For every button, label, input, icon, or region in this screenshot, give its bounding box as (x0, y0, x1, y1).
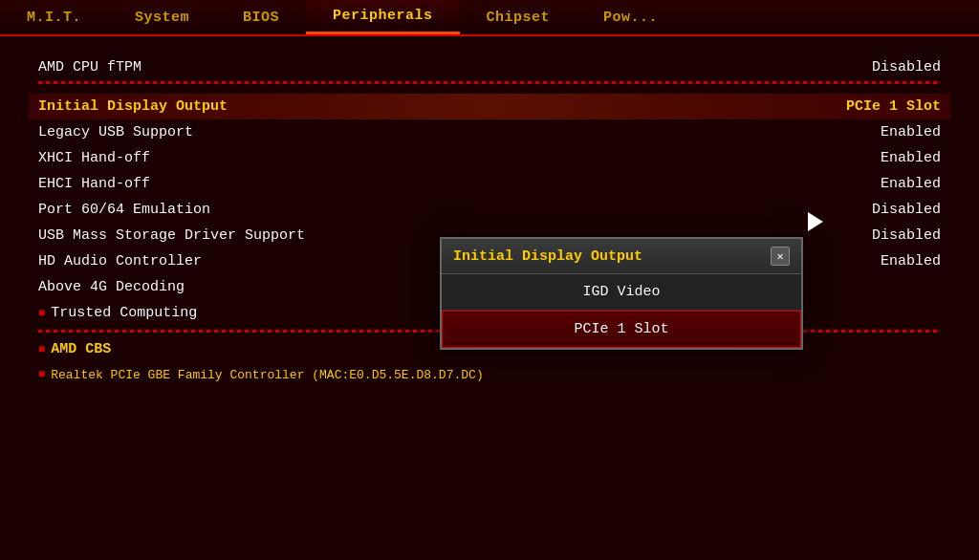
dropdown-header: Initial Display Output ✕ (442, 239, 801, 274)
xhci-value: Enabled (788, 150, 941, 166)
setting-row-xhci[interactable]: XHCI Hand-off Enabled (38, 145, 941, 171)
dropdown-title: Initial Display Output (453, 248, 642, 265)
legacy-usb-label: Legacy USB Support (38, 124, 193, 140)
usb-mass-value: Disabled (788, 227, 941, 244)
amd-ftpm-value: Disabled (788, 59, 941, 75)
main-content: AMD CPU fTPM Disabled Initial Display Ou… (0, 36, 979, 404)
realtek-label: Realtek PCIe GBE Family Controller (MAC:… (51, 368, 483, 382)
legacy-usb-value: Enabled (788, 124, 941, 140)
nav-item-mit[interactable]: M.I.T. (0, 2, 108, 33)
hd-audio-value: Enabled (788, 253, 941, 269)
nav-item-power[interactable]: Pow... (577, 2, 685, 33)
ehci-label: EHCI Hand-off (38, 176, 150, 192)
port6064-label: Port 60/64 Emulation (38, 202, 210, 218)
amd-ftpm-row[interactable]: AMD CPU fTPM Disabled (38, 54, 941, 77)
dropdown-popup: Initial Display Output ✕ IGD Video PCIe … (440, 237, 803, 350)
amd-ftpm-label: AMD CPU fTPM (38, 59, 141, 75)
amd-cbs-bullet-icon: ■ (38, 343, 45, 356)
nav-item-system[interactable]: System (108, 2, 216, 33)
xhci-label: XHCI Hand-off (38, 150, 150, 166)
realtek-bullet-icon: ■ (38, 368, 45, 381)
nav-item-bios[interactable]: BIOS (216, 2, 306, 33)
usb-mass-label: USB Mass Storage Driver Support (38, 227, 305, 244)
setting-row-ehci[interactable]: EHCI Hand-off Enabled (38, 171, 941, 197)
separator-1 (38, 81, 941, 84)
nav-bar: M.I.T. System BIOS Peripherals Chipset P… (0, 0, 979, 36)
amd-cbs-label: AMD CBS (51, 341, 111, 357)
initial-display-label: Initial Display Output (38, 98, 228, 115)
nav-item-chipset[interactable]: Chipset (460, 2, 577, 33)
hd-audio-label: HD Audio Controller (38, 253, 202, 269)
dropdown-close-button[interactable]: ✕ (771, 247, 790, 266)
nav-item-peripherals[interactable]: Peripherals (306, 0, 460, 34)
trusted-bullet-icon: ■ (38, 307, 45, 320)
setting-row-legacy-usb[interactable]: Legacy USB Support Enabled (38, 119, 941, 145)
setting-row-port6064[interactable]: Port 60/64 Emulation Disabled (38, 197, 941, 223)
trusted-label: Trusted Computing (51, 305, 197, 321)
ehci-value: Enabled (788, 176, 941, 192)
above4g-label: Above 4G Decoding (38, 279, 185, 295)
initial-display-value: PCIe 1 Slot (788, 98, 941, 115)
setting-row-realtek[interactable]: ■ Realtek PCIe GBE Family Controller (MA… (38, 362, 941, 387)
dropdown-option-pcie[interactable]: PCIe 1 Slot (442, 311, 801, 348)
port6064-value: Disabled (788, 202, 941, 218)
dropdown-option-igd[interactable]: IGD Video (442, 274, 801, 311)
setting-row-initial-display[interactable]: Initial Display Output PCIe 1 Slot (29, 94, 950, 119)
